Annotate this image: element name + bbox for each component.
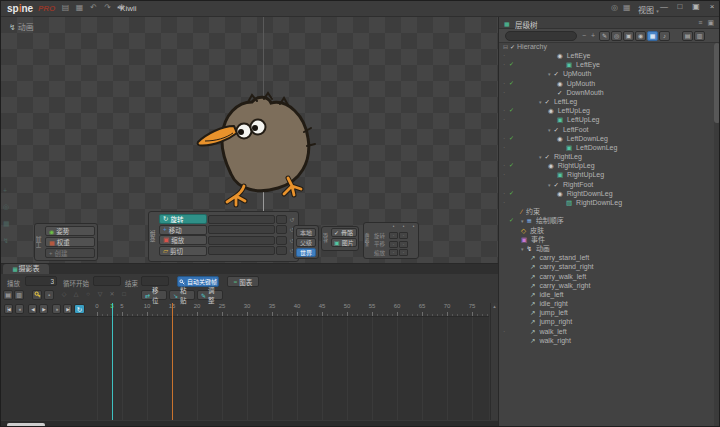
minimize-button[interactable]: — bbox=[659, 2, 669, 11]
compensate-button[interactable]: ▣图片 bbox=[331, 238, 357, 247]
compensate-button[interactable]: ✓骨骼 bbox=[331, 228, 357, 237]
prev-key-button[interactable]: « bbox=[15, 304, 24, 314]
tree-row[interactable]: · ✓ ▾ ↗ carry_stand_right bbox=[499, 262, 715, 271]
tree-row[interactable]: · ✓ ▾ ✓ UpMouth bbox=[499, 69, 715, 78]
titlebar-icon[interactable]: ↶ bbox=[89, 3, 98, 12]
visibility-check-icon[interactable]: ✓ bbox=[509, 79, 514, 88]
filter-toggle-button[interactable]: ✎ bbox=[599, 31, 610, 41]
tree-row[interactable]: · ✓ ▾ ↗ jump_left bbox=[499, 308, 715, 317]
next-frame-button[interactable]: » bbox=[52, 304, 61, 314]
expand-arrow-icon[interactable]: ▾ bbox=[548, 182, 551, 188]
paste-button[interactable]: ↘粘贴 bbox=[169, 290, 195, 300]
dopesheet-vertical-scrollbar[interactable]: ▴ bbox=[490, 303, 498, 420]
tree-row[interactable]: · ✓ ▾ ↗ walk_right bbox=[499, 336, 715, 345]
viewport-overlay-icon[interactable]: ◎ bbox=[3, 203, 10, 211]
offset-button[interactable]: ⇄移位 bbox=[141, 290, 167, 300]
maximize-button[interactable]: □ bbox=[675, 2, 685, 11]
key-dot-button[interactable]: · bbox=[389, 241, 398, 248]
tree-row[interactable]: · ✓ ▾ ✓ DownMouth bbox=[499, 88, 715, 97]
tree-row[interactable]: · ✓ ▾ ↗ jump_right bbox=[499, 317, 715, 326]
animate-mode-button[interactable]: ↯动画 bbox=[9, 21, 34, 32]
expand-arrow-icon[interactable]: ▾ bbox=[521, 218, 524, 224]
transform-tool-button[interactable]: +移动 bbox=[159, 225, 207, 235]
visibility-check-icon[interactable]: ✓ bbox=[509, 60, 514, 69]
tree-row[interactable]: · ✓ ▾ ▣ LeftEye bbox=[499, 60, 715, 69]
transform-mini-field[interactable] bbox=[276, 215, 287, 224]
titlebar-icon[interactable]: ▦ bbox=[75, 3, 84, 12]
transform-tool-button[interactable]: ▱剪切 bbox=[159, 246, 207, 256]
visibility-check-icon[interactable]: ✓ bbox=[509, 161, 514, 170]
visibility-check-icon[interactable]: ✓ bbox=[509, 106, 514, 115]
tree-row[interactable]: · ✓ ▾ ✓ RightLeg bbox=[499, 152, 715, 161]
last-frame-button[interactable]: ▶| bbox=[63, 304, 72, 314]
tree-row[interactable]: · ✓ ▾ ↗ idle_left bbox=[499, 290, 715, 299]
viewport-overlay-icon[interactable]: ↯ bbox=[3, 237, 10, 245]
key-dot[interactable]: · bbox=[503, 106, 505, 115]
timeline-ruler[interactable]: 0510152025303540455055606570753 bbox=[96, 303, 491, 316]
visibility-check-icon[interactable]: ✓ bbox=[509, 134, 514, 143]
playback-input[interactable] bbox=[25, 276, 57, 286]
scrollbar-thumb[interactable] bbox=[714, 43, 720, 123]
filter-toggle-button[interactable]: ▣ bbox=[623, 31, 634, 41]
filter-toggle-button[interactable]: ♪ bbox=[659, 31, 670, 41]
axis-mode-button[interactable]: 世界 bbox=[296, 248, 316, 257]
tree-row[interactable]: · ✓ ▾ ▣ RightUpLeg bbox=[499, 170, 715, 179]
scroll-up-icon[interactable]: ▴ bbox=[491, 303, 498, 309]
transform-mini-field[interactable] bbox=[276, 225, 287, 234]
panel-menu-icon[interactable]: ≡ bbox=[698, 19, 702, 27]
filter-toggle-button[interactable]: ◉ bbox=[635, 31, 646, 41]
tree-row[interactable]: · ✓ ▾ ∕ 约束 bbox=[499, 207, 715, 216]
key-dot[interactable]: · bbox=[503, 88, 505, 97]
transform-mini-field[interactable] bbox=[276, 236, 287, 245]
play-button[interactable]: ▶ bbox=[39, 304, 48, 314]
key-dot[interactable]: · bbox=[503, 170, 505, 179]
kiwi-character[interactable] bbox=[186, 74, 318, 212]
key-dot[interactable]: · bbox=[503, 189, 505, 198]
expand-arrow-icon[interactable]: ▾ bbox=[539, 99, 542, 105]
tool-button[interactable]: ◉姿势 bbox=[45, 226, 95, 236]
key-button[interactable] bbox=[32, 290, 42, 300]
reset-icon[interactable]: ↺ bbox=[288, 216, 296, 223]
visibility-check-icon[interactable]: ✓ bbox=[509, 189, 514, 198]
key-dot[interactable]: · bbox=[503, 60, 505, 69]
tree-row[interactable]: · ✓ ▾ ◉ RightDownLeg bbox=[499, 189, 715, 198]
transform-value-field[interactable] bbox=[208, 215, 275, 224]
key-dot-button[interactable]: · bbox=[399, 232, 408, 239]
close-button[interactable]: × bbox=[707, 2, 717, 11]
titlebar-icon[interactable]: ↷ bbox=[103, 3, 112, 12]
adjust-button[interactable]: ✎调整 bbox=[197, 290, 223, 300]
dopesheet-horizontal-scrollbar[interactable] bbox=[1, 421, 498, 427]
key-dot[interactable]: · bbox=[503, 161, 505, 170]
viewport-overlay-icon[interactable]: ▦ bbox=[3, 220, 10, 228]
view-icon[interactable]: ◎ bbox=[611, 3, 618, 12]
tree-row[interactable]: · ✓ ▾ ≣ 绘制顺序 bbox=[499, 216, 715, 225]
tree-row[interactable]: · ✓ ▾ ✓ RightFoot bbox=[499, 180, 715, 189]
view-icon[interactable]: ▦ bbox=[623, 3, 631, 12]
clear-key-button[interactable]: ▪ bbox=[44, 290, 54, 300]
restore-button[interactable]: ▣ bbox=[691, 2, 701, 11]
scrollbar-thumb[interactable] bbox=[7, 423, 45, 427]
panel-menu-icon[interactable]: ▣ bbox=[707, 19, 714, 27]
tree-row[interactable]: · ✓ ▾ ▨ RightDownLeg bbox=[499, 198, 715, 207]
tree-row[interactable]: · ✓ ▾ ▣ 事件 bbox=[499, 235, 715, 244]
tree-row[interactable]: · ✓ ▾ ▣ LeftDownLeg bbox=[499, 143, 715, 152]
axis-mode-button[interactable]: 父级 bbox=[296, 238, 316, 247]
key-dot[interactable]: · bbox=[503, 134, 505, 143]
key-dot-button[interactable]: · bbox=[389, 232, 398, 239]
tree-row[interactable]: · ✓ ▾ ◉ RightUpLeg bbox=[499, 161, 715, 170]
key-dot[interactable]: · bbox=[503, 198, 505, 207]
prev-frame-button[interactable]: ◀ bbox=[28, 304, 37, 314]
tree-row[interactable]: · ✓ ▾ ✓ LeftLeg bbox=[499, 97, 715, 106]
first-frame-button[interactable]: |◀ bbox=[4, 304, 13, 314]
tree-row[interactable]: · ✓ ▾ ↗ carry_walk_left bbox=[499, 272, 715, 281]
tree-row[interactable]: · ✓ ▾ ↯ 动画 bbox=[499, 244, 715, 253]
key-dot-button[interactable]: · bbox=[389, 249, 398, 256]
loop-start-input[interactable] bbox=[93, 276, 121, 286]
key-dot[interactable]: · bbox=[503, 143, 505, 152]
search-input[interactable] bbox=[505, 31, 577, 41]
dopesheet-tab[interactable]: ▦摄影表 bbox=[3, 264, 49, 274]
graph-button[interactable]: ≈图表 bbox=[227, 276, 259, 287]
filter-toggle-button[interactable]: ◎ bbox=[611, 31, 622, 41]
expand-arrow-icon[interactable]: ▾ bbox=[539, 154, 542, 160]
tree-row[interactable]: · ✓ ▾ ↗ idle_right bbox=[499, 299, 715, 308]
